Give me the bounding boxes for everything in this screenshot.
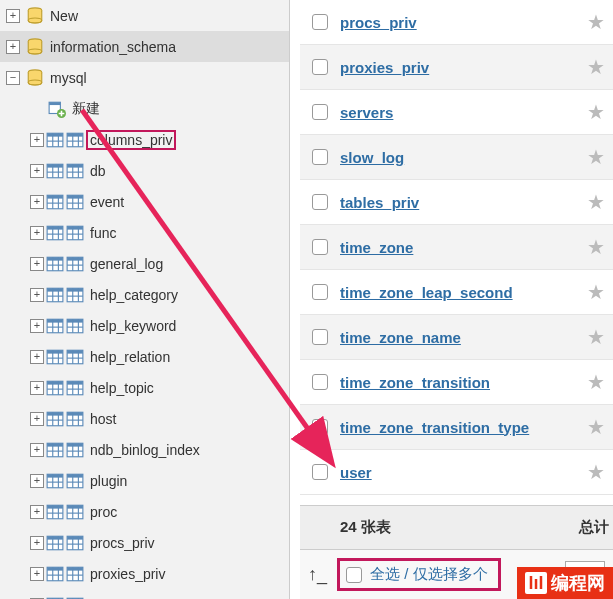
tree-table-item[interactable]: +ndb_binlog_index (0, 434, 289, 465)
expand-icon[interactable]: + (30, 536, 44, 550)
select-all-control[interactable]: 全选 / 仅选择多个 (337, 558, 501, 591)
watermark-text: 编程网 (551, 571, 605, 595)
favorite-star-icon[interactable]: ★ (579, 460, 613, 484)
favorite-star-icon[interactable]: ★ (579, 55, 613, 79)
table-icon (66, 224, 84, 242)
table-name-link[interactable]: time_zone_name (340, 329, 579, 346)
database-icon (26, 38, 44, 56)
table-icon (66, 317, 84, 335)
favorite-star-icon[interactable]: ★ (579, 190, 613, 214)
svg-rect-30 (47, 195, 63, 198)
row-checkbox[interactable] (312, 329, 328, 345)
row-checkbox[interactable] (312, 104, 328, 120)
expand-icon[interactable]: + (30, 288, 44, 302)
table-row: time_zone_leap_second★ (300, 270, 613, 315)
database-icon (26, 7, 44, 25)
svg-rect-125 (67, 474, 83, 477)
favorite-star-icon[interactable]: ★ (579, 280, 613, 304)
tree-db-item[interactable]: −mysql (0, 62, 289, 93)
table-name-link[interactable]: time_zone_leap_second (340, 284, 579, 301)
row-checkbox[interactable] (312, 59, 328, 75)
favorite-star-icon[interactable]: ★ (579, 325, 613, 349)
favorite-star-icon[interactable]: ★ (579, 370, 613, 394)
up-arrow-icon: ↑_ (308, 564, 327, 585)
tree-table-item[interactable]: +help_keyword (0, 310, 289, 341)
table-name-link[interactable]: servers (340, 104, 579, 121)
table-name-link[interactable]: proxies_priv (340, 59, 579, 76)
svg-rect-60 (47, 288, 63, 291)
row-checkbox[interactable] (312, 464, 328, 480)
row-checkbox[interactable] (312, 284, 328, 300)
tree-table-item[interactable]: +event (0, 186, 289, 217)
tree-db-item[interactable]: +information_schema (0, 31, 289, 62)
svg-rect-110 (47, 443, 63, 446)
table-name-link[interactable]: procs_priv (340, 14, 579, 31)
tree-table-item[interactable]: +host (0, 403, 289, 434)
expand-icon[interactable]: + (30, 319, 44, 333)
tree-table-item[interactable]: +help_topic (0, 372, 289, 403)
table-row: user★ (300, 450, 613, 495)
table-icon (66, 534, 84, 552)
expand-icon[interactable]: + (30, 257, 44, 271)
table-name-link[interactable]: time_zone_transition (340, 374, 579, 391)
svg-rect-85 (67, 350, 83, 353)
expand-icon[interactable]: + (30, 133, 44, 147)
tree-table-item[interactable]: +help_relation (0, 341, 289, 372)
expand-icon[interactable]: + (6, 40, 20, 54)
tree-table-item[interactable]: +func (0, 217, 289, 248)
expand-icon[interactable]: + (30, 195, 44, 209)
expand-icon[interactable]: + (30, 226, 44, 240)
table-name-link[interactable]: slow_log (340, 149, 579, 166)
tree-new-item[interactable]: 新建 (0, 93, 289, 124)
row-checkbox[interactable] (312, 374, 328, 390)
favorite-star-icon[interactable]: ★ (579, 100, 613, 124)
expand-icon[interactable]: + (30, 443, 44, 457)
summary-row: 24 张表 总计 (300, 505, 613, 549)
table-icon (46, 441, 64, 459)
table-name-link[interactable]: time_zone_transition_type (340, 419, 579, 436)
expand-icon[interactable]: + (30, 567, 44, 581)
row-checkbox[interactable] (312, 149, 328, 165)
table-icon (66, 255, 84, 273)
expand-icon[interactable]: + (30, 412, 44, 426)
row-checkbox[interactable] (312, 419, 328, 435)
svg-rect-35 (67, 195, 83, 198)
tree-db-item[interactable]: +New (0, 0, 289, 31)
tree-table-item[interactable]: +plugin (0, 465, 289, 496)
expand-icon[interactable]: + (30, 164, 44, 178)
expand-icon[interactable]: + (30, 350, 44, 364)
expand-icon[interactable]: + (6, 9, 20, 23)
expand-icon[interactable]: + (30, 381, 44, 395)
tree-table-item[interactable]: +procs_priv (0, 527, 289, 558)
tree-table-item[interactable]: +db (0, 155, 289, 186)
tree-table-item[interactable]: +help_category (0, 279, 289, 310)
new-table-icon (48, 100, 66, 118)
table-name-link[interactable]: user (340, 464, 579, 481)
select-all-checkbox[interactable] (346, 567, 362, 583)
table-row: proxies_priv★ (300, 45, 613, 90)
row-checkbox[interactable] (312, 239, 328, 255)
tree-table-item[interactable]: +columns_priv (0, 124, 289, 155)
table-icon (66, 565, 84, 583)
tree-table-item[interactable]: +proxies_priv (0, 558, 289, 589)
expand-icon[interactable]: + (30, 505, 44, 519)
expand-icon[interactable]: − (6, 71, 20, 85)
favorite-star-icon[interactable]: ★ (579, 415, 613, 439)
tree-table-item[interactable]: +general_log (0, 248, 289, 279)
svg-rect-7 (49, 102, 60, 105)
table-name-link[interactable]: time_zone (340, 239, 579, 256)
expand-icon[interactable]: + (30, 474, 44, 488)
tree-table-item[interactable]: +servers (0, 589, 289, 599)
favorite-star-icon[interactable]: ★ (579, 235, 613, 259)
table-icon (46, 224, 64, 242)
table-row: servers★ (300, 90, 613, 135)
total-label: 总计 (579, 518, 609, 537)
table-name-link[interactable]: tables_priv (340, 194, 579, 211)
table-icon (46, 255, 64, 273)
favorite-star-icon[interactable]: ★ (579, 10, 613, 34)
row-checkbox[interactable] (312, 194, 328, 210)
tree-table-item[interactable]: +proc (0, 496, 289, 527)
row-checkbox[interactable] (312, 14, 328, 30)
table-icon (46, 348, 64, 366)
favorite-star-icon[interactable]: ★ (579, 145, 613, 169)
